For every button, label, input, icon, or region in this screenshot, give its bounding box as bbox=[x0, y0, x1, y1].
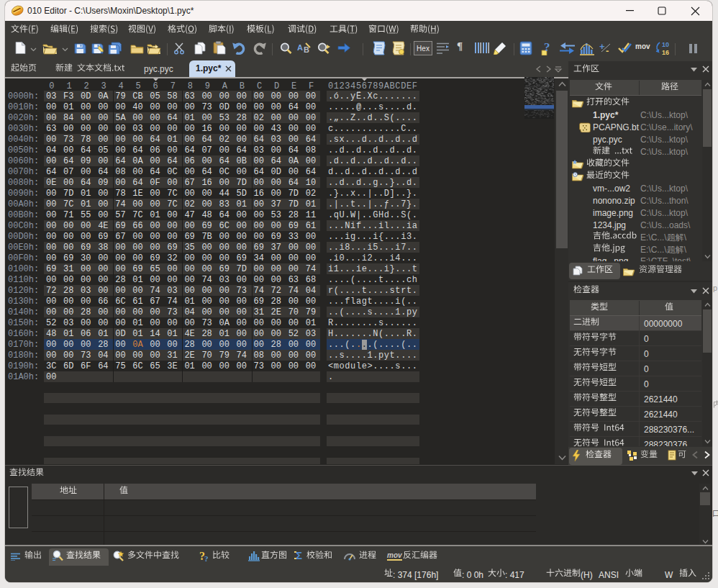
svg-text:10: 10 bbox=[662, 41, 669, 48]
svg-text:?: ? bbox=[544, 40, 550, 54]
svg-text:A: A bbox=[297, 43, 303, 52]
svg-text:Σ: Σ bbox=[296, 549, 302, 561]
svg-text:?: ? bbox=[204, 554, 209, 562]
svg-text:+: + bbox=[599, 42, 605, 52]
svg-text:16: 16 bbox=[662, 49, 669, 55]
